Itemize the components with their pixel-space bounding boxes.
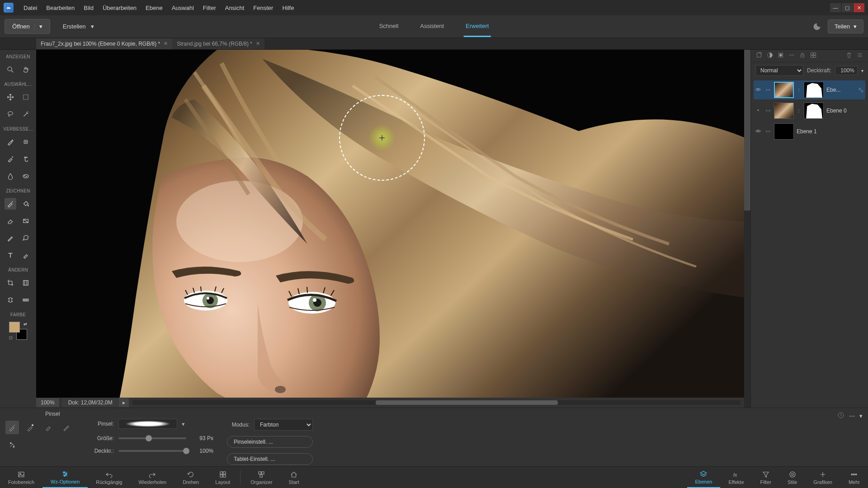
bottombar-drehen[interactable]: Drehen	[175, 467, 207, 488]
new-layer-icon[interactable]	[755, 52, 763, 60]
size-value[interactable]: 93 Px	[191, 435, 213, 441]
visibility-toggle-icon[interactable]	[755, 86, 762, 94]
collapse-icon[interactable]: ▾	[859, 413, 863, 419]
bottombar-stile[interactable]: Stile	[779, 467, 805, 488]
pencil-variant[interactable]	[60, 421, 73, 434]
theme-toggle-icon[interactable]	[812, 22, 821, 31]
pattern-stamp-variant[interactable]	[5, 438, 19, 451]
layer-extra-icons[interactable]	[858, 87, 864, 93]
brush-preset-picker[interactable]	[118, 419, 177, 429]
bottombar-effekte[interactable]: fxEffekte	[720, 467, 752, 488]
menu-auswahl[interactable]: Auswahl	[167, 1, 198, 15]
opacity-value[interactable]: 100%	[191, 448, 213, 454]
minimize-button[interactable]: —	[830, 3, 841, 12]
fx-icon[interactable]	[810, 52, 817, 60]
close-tab-icon[interactable]: ✕	[164, 41, 168, 47]
bottombar-filter[interactable]: Filter	[752, 467, 779, 488]
bottombar-start[interactable]: Start	[281, 467, 307, 488]
menu-ebene[interactable]: Ebene	[141, 1, 167, 15]
vertical-scrollbar[interactable]	[744, 50, 750, 408]
canvas[interactable]: 100% Dok: 12,0M/32,0M ▸	[36, 50, 750, 408]
help-icon[interactable]	[837, 412, 844, 420]
shape-tool[interactable]	[20, 232, 32, 244]
menu-bearbeiten[interactable]: Bearbeiten	[42, 1, 79, 15]
text-tool[interactable]	[5, 249, 16, 261]
menu-filter[interactable]: Filter	[198, 1, 221, 15]
link-icon[interactable]	[765, 108, 771, 114]
bottombar-grafiken[interactable]: Grafiken	[805, 467, 840, 488]
open-button[interactable]: Öffnen ▾	[5, 19, 50, 34]
hand-tool[interactable]	[20, 64, 32, 75]
layer-thumbnail[interactable]	[774, 103, 794, 119]
color-replace-variant[interactable]	[42, 421, 55, 434]
adjustment-layer-icon[interactable]	[766, 52, 774, 60]
close-button[interactable]: ✕	[854, 3, 864, 12]
content-aware-tool[interactable]	[5, 294, 16, 306]
healing-brush-tool[interactable]	[20, 136, 32, 148]
mode-tab-assistent[interactable]: Assistent	[418, 16, 446, 37]
panel-menu-icon[interactable]	[856, 52, 863, 60]
create-button[interactable]: Erstellen ▾	[58, 19, 99, 33]
clone-stamp-tool[interactable]	[20, 153, 32, 165]
layer-name[interactable]: Ebene 1	[797, 128, 864, 135]
mask-link-icon[interactable]: ⋮	[797, 108, 801, 113]
horizontal-scrollbar[interactable]	[132, 400, 741, 405]
layer-name[interactable]: Ebene 0	[826, 108, 864, 114]
lock-icon[interactable]	[799, 52, 806, 60]
layer-row[interactable]: Ebene 1	[754, 122, 865, 141]
foreground-color[interactable]	[9, 322, 20, 333]
link-icon[interactable]	[788, 52, 795, 60]
menu-fenster[interactable]: Fenster	[249, 1, 278, 15]
opacity-value[interactable]: 100%	[835, 66, 858, 75]
custom-shape-tool[interactable]	[20, 249, 32, 261]
visibility-toggle-icon[interactable]	[755, 107, 762, 114]
bottombar-mehr[interactable]: Mehr	[840, 467, 868, 488]
trash-icon[interactable]	[845, 52, 853, 60]
tablet-settings-button[interactable]: Tablet-Einstell. ...	[227, 453, 313, 465]
reset-colors-icon[interactable]: ◻	[9, 335, 12, 340]
chevron-down-icon[interactable]: ▾	[861, 68, 863, 73]
chevron-down-icon[interactable]: ▾	[182, 421, 188, 427]
sponge-tool[interactable]	[20, 170, 32, 182]
bottombar-rückgängig[interactable]: Rückgängig	[88, 467, 130, 488]
smart-brush-tool[interactable]	[5, 153, 16, 165]
brush-settings-button[interactable]: Pinseleinstell. ...	[227, 436, 313, 448]
share-button[interactable]: Teilen ▾	[828, 19, 863, 33]
brush-mode-select[interactable]: Farbton	[254, 419, 313, 431]
bottombar-wiederholen[interactable]: Wiederholen	[130, 467, 175, 488]
eraser-tool[interactable]	[5, 215, 16, 227]
layer-name[interactable]: Ebe...	[826, 87, 855, 93]
mask-thumbnail[interactable]	[804, 82, 824, 98]
chevron-down-icon[interactable]: ▾	[34, 23, 42, 30]
opacity-slider[interactable]	[118, 450, 186, 452]
mask-link-icon[interactable]: ⋮	[797, 88, 801, 93]
paint-bucket-tool[interactable]	[20, 198, 32, 210]
pencil-tool[interactable]	[5, 232, 16, 244]
eyedropper-tool[interactable]	[5, 136, 16, 148]
layer-thumbnail[interactable]	[774, 123, 794, 140]
gradient-tool[interactable]	[20, 215, 32, 227]
bottombar-ebenen[interactable]: Ebenen	[687, 467, 721, 488]
close-tab-icon[interactable]: ✕	[256, 41, 260, 47]
visibility-toggle-icon[interactable]	[755, 128, 762, 135]
menu-bild[interactable]: Bild	[79, 1, 98, 15]
more-icon[interactable]: ⋯	[849, 413, 855, 419]
menu-datei[interactable]: Datei	[19, 1, 42, 15]
menu-hilfe[interactable]: Hilfe	[278, 1, 298, 15]
straighten-tool[interactable]	[20, 294, 32, 306]
size-slider[interactable]	[118, 437, 186, 439]
layer-row[interactable]: ⋮Ebe...	[754, 80, 865, 99]
blend-mode-select[interactable]: Normal	[755, 65, 803, 76]
bottombar-wz-optionen[interactable]: Wz-Optionen	[42, 467, 88, 488]
layer-thumbnail[interactable]	[774, 82, 794, 98]
document-tab[interactable]: Strand.jpg bei 66,7% (RGB/8) *✕	[172, 38, 264, 49]
document-tab[interactable]: Frau7_2x.jpg bei 100% (Ebene 0 Kopie, RG…	[36, 38, 172, 49]
mask-thumbnail[interactable]	[804, 103, 824, 119]
zoom-level[interactable]: 100%	[36, 398, 59, 407]
magic-wand-tool[interactable]	[20, 108, 32, 120]
link-icon[interactable]	[765, 87, 771, 93]
move-tool[interactable]	[5, 91, 16, 103]
swap-colors-icon[interactable]: ⇄	[24, 322, 27, 326]
layer-row[interactable]: ⋮Ebene 0	[754, 101, 865, 120]
recompose-tool[interactable]	[20, 277, 32, 289]
